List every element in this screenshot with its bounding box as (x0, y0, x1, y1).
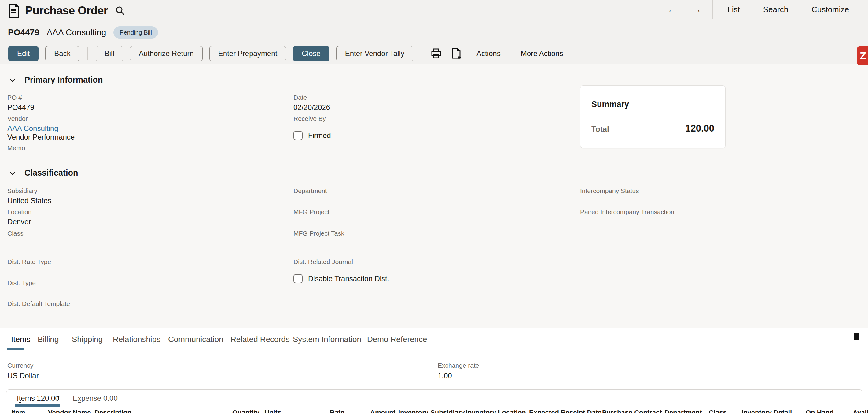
column-header-rate: Rate (330, 409, 344, 413)
edit-button[interactable]: Edit (8, 46, 38, 61)
purchase-order-page: Purchase Order ← → List Search Customize… (0, 0, 868, 413)
dist-default-template-label: Dist. Default Template (7, 300, 70, 307)
currency-label: Currency (7, 362, 33, 369)
memo-label: Memo (7, 144, 25, 152)
firmed-checkbox[interactable] (293, 131, 303, 140)
column-header-description: Description (94, 409, 131, 413)
bill-button[interactable]: Bill (96, 46, 123, 61)
summary-total-label: Total (591, 125, 609, 134)
column-header-inventory-detail: Inventory Detail (741, 409, 792, 413)
exchange-rate-label: Exchange rate (438, 362, 479, 369)
department-label: Department (293, 187, 327, 195)
close-button[interactable]: Close (293, 46, 329, 61)
more-actions-menu[interactable]: More Actions (514, 49, 570, 58)
actions-menu[interactable]: Actions (470, 49, 507, 58)
nav-link-search[interactable]: Search (751, 5, 800, 14)
column-header-item: Item (11, 409, 25, 413)
header-nav: ← → List Search Customize (659, 0, 861, 19)
po-number-value: PO4479 (7, 103, 34, 112)
back-button[interactable]: Back (45, 46, 79, 61)
date-label: Date (293, 94, 307, 101)
column-header-department: Department (664, 409, 702, 413)
tab-demo-reference[interactable]: Demo Reference (367, 335, 427, 344)
vendor-link[interactable]: AAA Consulting (7, 124, 58, 133)
currency-value: US Dollar (7, 372, 39, 380)
subsidiary-label: Subsidiary (7, 187, 37, 195)
subsidiary-value: United States (7, 197, 51, 205)
status-badge: Pending Bill (114, 26, 158, 38)
authorize-return-button[interactable]: Authorize Return (130, 46, 203, 61)
dist-related-journal-label: Dist. Related Journal (293, 258, 353, 266)
enter-vendor-tally-button[interactable]: Enter Vendor Tally (336, 46, 413, 61)
column-header-class: Class (709, 409, 727, 413)
dist-rate-type-label: Dist. Rate Type (7, 258, 51, 266)
primary-information-header[interactable]: Primary Information (8, 75, 103, 85)
tab-relationships[interactable]: Relationships (113, 335, 160, 344)
record-id: PO4479 (8, 28, 39, 37)
subtab-border (6, 407, 862, 407)
column-header-expected-receipt-date: Expected Receipt Date (529, 409, 601, 413)
purchase-order-doc-icon (8, 4, 20, 18)
tab-divider (0, 350, 868, 350)
disable-transaction-dist-label: Disable Transaction Dist. (308, 274, 389, 283)
nav-link-customize[interactable]: Customize (800, 5, 861, 14)
toolbar-divider (421, 47, 422, 60)
column-header-inventory-subsidiary: Inventory Subsidiary (398, 409, 465, 413)
summary-heading: Summary (591, 100, 629, 109)
tab-items[interactable]: Items (11, 335, 31, 344)
new-document-icon[interactable] (450, 47, 463, 60)
mfg-project-task-label: MFG Project Task (293, 230, 344, 237)
classification-header[interactable]: Classification (8, 168, 78, 178)
column-header-amount: Amount (370, 409, 396, 413)
location-label: Location (7, 208, 31, 216)
summary-total-value: 120.00 (685, 123, 714, 134)
page-title: Purchase Order (25, 4, 108, 17)
subtab-items[interactable]: Items 120.00 (17, 394, 59, 403)
section-title: Classification (25, 168, 78, 178)
column-header-inventory-location: Inventory Location (466, 409, 526, 413)
items-changed-indicator: • (57, 393, 60, 401)
record-row: PO4479 AAA Consulting Pending Bill (8, 26, 158, 38)
column-header-available: Available (853, 409, 868, 413)
title-row: Purchase Order (8, 4, 125, 18)
dist-type-label: Dist. Type (7, 279, 36, 287)
side-panel-widget[interactable]: Z (857, 46, 868, 65)
column-header-vendor-name: Vendor Name (48, 409, 91, 413)
date-value: 02/20/2026 (293, 103, 330, 112)
subtab-expense[interactable]: Expense 0.00 (73, 394, 118, 403)
intercompany-status-label: Intercompany Status (580, 187, 639, 195)
tab-billing[interactable]: Billing (38, 335, 59, 344)
tab-related-records[interactable]: Related Records (230, 335, 290, 344)
tab-communication[interactable]: Communication (168, 335, 223, 344)
column-header-purchase-contract: Purchase Contract (602, 409, 662, 413)
stacked-rows-icon[interactable] (854, 334, 859, 339)
enter-prepayment-button[interactable]: Enter Prepayment (209, 46, 286, 61)
nav-back-arrow-icon[interactable]: ← (659, 4, 684, 15)
nav-divider (712, 0, 713, 19)
summary-card: Summary Total 120.00 (580, 85, 725, 148)
tab-system-information[interactable]: System Information (293, 335, 361, 344)
vendor-label: Vendor (7, 115, 28, 122)
column-header-units: Units (265, 409, 281, 413)
po-number-label: PO # (7, 94, 22, 101)
toolbar-divider (87, 47, 88, 60)
chevron-down-icon (8, 169, 17, 177)
nav-link-list[interactable]: List (716, 5, 751, 14)
tab-shipping[interactable]: Shipping (72, 335, 103, 344)
section-title: Primary Information (25, 75, 103, 85)
record-name: AAA Consulting (47, 28, 106, 37)
column-header-on-hand: On Hand (806, 409, 834, 413)
line-items-card: Items 120.00 • Expense 0.00 Item Vendor … (6, 389, 863, 413)
print-icon[interactable] (429, 47, 443, 60)
search-icon[interactable] (115, 6, 125, 16)
location-value: Denver (7, 217, 31, 226)
exchange-rate-value: 1.00 (438, 372, 452, 380)
disable-transaction-dist-checkbox[interactable] (293, 274, 303, 283)
vendor-performance-link[interactable]: Vendor Performance (7, 133, 74, 141)
receive-by-label: Receive By (293, 115, 326, 122)
toolbar: Edit Back Bill Authorize Return Enter Pr… (8, 46, 570, 61)
class-label: Class (7, 230, 24, 237)
nav-forward-arrow-icon[interactable]: → (684, 4, 709, 15)
mfg-project-label: MFG Project (293, 208, 330, 216)
paired-intercompany-transaction-label: Paired Intercompany Transaction (580, 208, 674, 216)
